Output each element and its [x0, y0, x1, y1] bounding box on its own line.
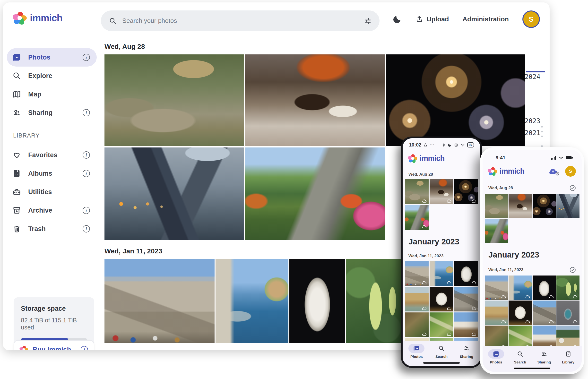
sidebar-item-map[interactable]: Map	[7, 85, 97, 104]
phone1-grid-aug	[403, 179, 480, 230]
trash-info-icon[interactable]: i	[83, 225, 90, 233]
photo-autumn-dinner[interactable]	[245, 54, 385, 146]
scrubber-year-2023[interactable]: 2023	[524, 117, 540, 125]
nav-item-library[interactable]: Library	[560, 349, 576, 364]
photo-fireworks[interactable]	[454, 179, 478, 204]
sidebar-item-archive[interactable]: Archive i	[7, 201, 97, 220]
administration-link[interactable]: Administration	[462, 16, 509, 23]
scrubber-year-2024[interactable]: 2024	[524, 73, 540, 80]
phone1-immich-logo: immich	[403, 149, 480, 165]
upload-button[interactable]: Upload	[415, 15, 449, 23]
theme-toggle-moon-icon[interactable]	[393, 15, 402, 24]
scrubber-handle[interactable]	[526, 71, 545, 72]
immich-flower-icon	[408, 154, 414, 162]
photo-fortress-walls[interactable]	[485, 275, 508, 300]
photo-beach-cliff[interactable]	[485, 300, 508, 325]
phone2-bottom-nav: Photos Search Sharing	[483, 346, 582, 372]
sidebar-label-photos: Photos	[28, 54, 75, 61]
nav-item-photos[interactable]: Photos	[488, 349, 504, 364]
photo-holding-hands[interactable]	[556, 194, 579, 218]
nav-item-search[interactable]: Search	[433, 344, 449, 359]
sidebar-item-utilities[interactable]: Utilities	[7, 183, 97, 201]
immich-logo[interactable]: immich	[13, 12, 63, 24]
photo-coastal-town[interactable]	[509, 275, 532, 300]
sidebar-label-albums: Albums	[28, 170, 75, 177]
phone2-month-header: January 2023	[483, 243, 582, 259]
brand-name: immich	[420, 154, 445, 163]
photo-fireworks[interactable]	[533, 194, 556, 218]
nav-item-photos[interactable]: Photos	[408, 344, 425, 359]
immich-flower-icon	[20, 346, 25, 350]
search-placeholder: Search your photos	[122, 17, 358, 25]
photo-garden-path[interactable]	[405, 205, 429, 230]
sidebar-item-albums[interactable]: Albums i	[7, 164, 97, 183]
archive-info-icon[interactable]: i	[83, 207, 90, 214]
active-nav-pill	[488, 349, 504, 359]
nav-item-search[interactable]: Search	[512, 349, 528, 364]
sharing-info-icon[interactable]: i	[83, 109, 90, 116]
photo-beach-cliff[interactable]	[405, 287, 429, 312]
photo-garden-path[interactable]	[245, 147, 385, 240]
albums-info-icon[interactable]: i	[83, 170, 90, 177]
buy-info-icon[interactable]: i	[81, 346, 88, 350]
scrubber-year-2021[interactable]: 2021	[524, 129, 540, 137]
photo-castle-ruins[interactable]	[454, 287, 478, 312]
phone1-grid-jan	[403, 261, 480, 342]
select-check-circle-icon[interactable]	[570, 267, 576, 273]
cloud-sync-icon	[471, 199, 477, 203]
photo-ornament[interactable]	[556, 300, 579, 325]
brand-name: immich	[30, 13, 63, 24]
photo-fortress-walls[interactable]	[405, 261, 429, 286]
select-check-circle-icon[interactable]	[570, 185, 576, 191]
buy-immich-button[interactable]: Buy Immich i	[14, 340, 94, 350]
sidebar-item-favorites[interactable]: Favorites i	[7, 146, 97, 164]
sidebar-label-explore: Explore	[28, 72, 90, 80]
photo-lizard[interactable]	[405, 313, 429, 337]
photo-holding-hands[interactable]	[104, 147, 244, 240]
sidebar-label-utilities: Utilities	[28, 188, 90, 196]
photo-monkeys-zoo[interactable]	[405, 179, 429, 204]
search-filter-icon[interactable]	[364, 17, 371, 25]
photo-fortress-walls[interactable]	[104, 259, 215, 343]
upload-label: Upload	[427, 16, 449, 23]
cloud-sync-icon	[446, 332, 452, 336]
sidebar: Photos i Explore	[3, 36, 100, 350]
photo-sea-grapes[interactable]	[556, 275, 579, 300]
search-bar[interactable]: Search your photos	[101, 10, 380, 31]
photo-snow-tower[interactable]	[454, 313, 478, 337]
photo-marble-bust[interactable]	[533, 275, 556, 300]
photo-coastal-town[interactable]	[216, 259, 288, 343]
favorites-info-icon[interactable]: i	[83, 151, 90, 159]
photo-fireworks[interactable]	[386, 54, 525, 146]
nav-item-sharing[interactable]: Sharing	[536, 349, 552, 364]
sidebar-item-sharing[interactable]: Sharing i	[7, 104, 97, 122]
photo-marble-carving[interactable]	[509, 300, 532, 325]
cloud-sync-icon	[422, 281, 427, 284]
home-indicator[interactable]	[423, 362, 460, 364]
photos-info-icon[interactable]: i	[83, 54, 90, 61]
cloud-sync-icon	[471, 281, 477, 284]
sidebar-item-explore[interactable]: Explore	[7, 66, 97, 85]
photo-autumn-dinner[interactable]	[509, 194, 532, 218]
photo-sea-grapes[interactable]	[346, 259, 403, 343]
photo-coastal-town[interactable]	[429, 261, 453, 286]
photo-monkeys-zoo[interactable]	[104, 54, 244, 146]
photo-monkeys-zoo[interactable]	[485, 194, 508, 218]
user-avatar[interactable]: S	[565, 166, 576, 177]
photo-lizard-moss[interactable]	[429, 313, 453, 337]
phone2-date-aug: Wed, Aug 28	[483, 178, 582, 194]
user-avatar[interactable]: S	[522, 10, 540, 28]
photo-marble-bust[interactable]	[289, 259, 345, 343]
photo-autumn-dinner[interactable]	[429, 179, 453, 204]
photo-marble-bust[interactable]	[454, 261, 478, 286]
photo-marble-carving[interactable]	[429, 287, 453, 312]
nav-label: Search	[514, 360, 526, 364]
photo-castle-ruins[interactable]	[533, 300, 556, 325]
nav-label: Sharing	[538, 360, 551, 364]
sidebar-item-photos[interactable]: Photos i	[7, 48, 97, 66]
nav-item-sharing[interactable]: Sharing	[459, 344, 475, 359]
home-indicator[interactable]	[514, 368, 550, 369]
photo-garden-path[interactable]	[485, 219, 508, 243]
sidebar-item-trash[interactable]: Trash i	[7, 220, 97, 238]
backup-cloud-icon[interactable]	[548, 167, 558, 175]
